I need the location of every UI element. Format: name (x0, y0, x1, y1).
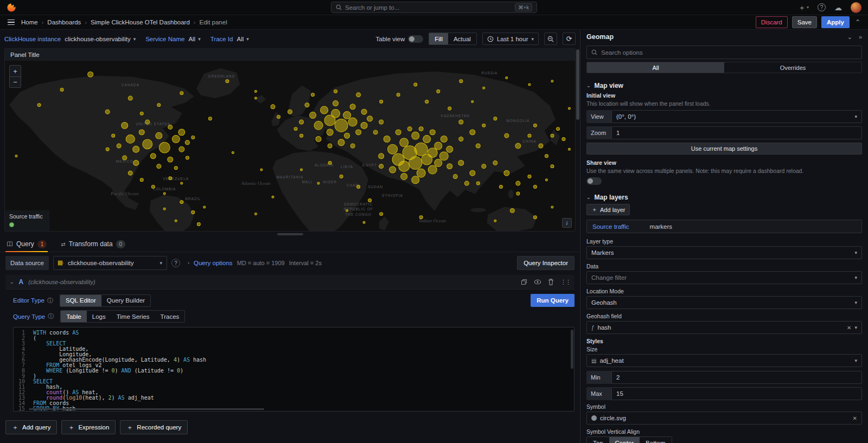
map-marker[interactable] (328, 161, 331, 164)
map-marker[interactable] (294, 127, 297, 131)
query-inspector-button[interactable]: Query Inspector (517, 256, 575, 270)
map-marker[interactable] (499, 185, 502, 188)
variable-value-dropdown[interactable]: All▾ (188, 36, 200, 42)
map-marker[interactable] (551, 206, 553, 208)
map-marker[interactable] (181, 182, 183, 184)
map-marker[interactable] (192, 210, 195, 214)
map-marker[interactable] (316, 136, 321, 142)
map-marker[interactable] (343, 112, 351, 119)
map-marker[interactable] (504, 170, 509, 176)
map-marker[interactable] (528, 84, 531, 86)
tab-query[interactable]: Query 1 (5, 236, 48, 252)
map-marker[interactable] (288, 110, 292, 114)
grafana-logo-icon[interactable] (7, 3, 16, 12)
map-marker[interactable] (356, 93, 361, 97)
map-marker[interactable] (399, 161, 410, 172)
map-marker[interactable] (350, 104, 355, 110)
map-marker[interactable] (562, 137, 565, 140)
map-marker[interactable] (528, 134, 531, 137)
drag-handle-icon[interactable]: ⋮⋮ (560, 279, 570, 286)
map-marker[interactable] (482, 124, 486, 127)
map-marker[interactable] (470, 130, 475, 135)
layer-type-select[interactable]: Markers ▾ (586, 246, 862, 259)
map-marker[interactable] (476, 144, 480, 148)
add-layer-button[interactable]: ＋ Add layer (586, 204, 630, 215)
panel-header[interactable]: Panel Title (5, 49, 575, 61)
map-marker[interactable] (428, 165, 437, 174)
map-marker[interactable] (192, 136, 195, 139)
section-map-layers[interactable]: ⌄ Map layers (580, 189, 868, 204)
map-marker[interactable] (361, 109, 367, 114)
query-type-traces[interactable]: Traces (155, 311, 185, 322)
map-marker[interactable] (186, 156, 189, 159)
editor-type-sql[interactable]: SQL Editor (60, 295, 101, 306)
map-marker[interactable] (168, 157, 173, 162)
map-marker[interactable] (446, 146, 453, 152)
map-marker[interactable] (260, 169, 263, 171)
data-select[interactable]: Change filter ▾ (586, 271, 862, 284)
chevron-up-icon[interactable]: ⌃ (854, 18, 861, 26)
map-marker[interactable] (346, 209, 348, 211)
map-marker[interactable] (459, 80, 463, 83)
map-marker[interactable] (441, 136, 447, 142)
clear-icon[interactable]: ✕ (847, 325, 851, 331)
map-marker[interactable] (311, 93, 315, 97)
map-marker[interactable] (350, 144, 355, 148)
map-marker[interactable] (482, 164, 486, 169)
map-marker[interactable] (412, 132, 419, 139)
v-align-top[interactable]: Top (587, 437, 609, 443)
breadcrumb-item[interactable]: Home (21, 19, 38, 25)
map-marker[interactable] (174, 166, 177, 170)
sql-editor[interactable]: 123456789101112131415 WITH coords AS( SE… (13, 327, 575, 412)
map-marker[interactable] (157, 104, 161, 107)
add-expression-button[interactable]: ＋ Expression (61, 420, 116, 434)
size-mode-actual[interactable]: Actual (448, 33, 476, 44)
chevron-down-icon[interactable]: ⌄ (10, 279, 14, 285)
map-marker[interactable] (314, 121, 323, 130)
map-marker[interactable] (400, 138, 409, 147)
map-marker[interactable] (379, 153, 384, 159)
run-query-button[interactable]: Run Query (531, 294, 575, 307)
map-marker[interactable] (493, 160, 497, 165)
map-marker[interactable] (356, 130, 361, 135)
map-marker[interactable] (368, 198, 372, 202)
map-marker[interactable] (334, 90, 337, 93)
map-marker[interactable] (178, 129, 185, 136)
map-marker[interactable] (459, 120, 463, 124)
map-marker[interactable] (414, 143, 427, 156)
time-range-picker[interactable]: Last 1 hour ▾ (482, 33, 539, 45)
map-marker[interactable] (185, 140, 189, 145)
map-marker[interactable] (175, 220, 177, 222)
map-marker[interactable] (384, 136, 390, 142)
editor-type-builder[interactable]: Query Builder (101, 295, 150, 306)
map-marker[interactable] (157, 164, 161, 169)
clear-icon[interactable]: ✕ (853, 415, 857, 421)
map-marker[interactable] (551, 80, 553, 82)
map-marker[interactable] (380, 213, 383, 216)
global-search-input[interactable]: Search or jump to... ⌘+k (331, 2, 537, 13)
add-new-button[interactable]: ＋▾ (798, 4, 809, 11)
map-marker[interactable] (453, 175, 457, 179)
map-marker[interactable] (533, 124, 537, 127)
map-marker[interactable] (145, 120, 150, 124)
map-marker[interactable] (169, 177, 172, 180)
left-scrollbar[interactable] (576, 49, 579, 120)
map-marker[interactable] (338, 139, 344, 146)
map-marker[interactable] (232, 152, 234, 154)
map-marker[interactable] (483, 87, 485, 89)
map-marker[interactable] (397, 93, 400, 97)
map-marker[interactable] (140, 178, 143, 182)
map-marker[interactable] (412, 176, 419, 184)
map-marker[interactable] (373, 130, 378, 134)
map-marker[interactable] (128, 171, 132, 175)
map-marker[interactable] (180, 201, 183, 204)
map-marker[interactable] (459, 137, 463, 141)
map-marker[interactable] (448, 107, 451, 110)
map-marker[interactable] (133, 160, 139, 165)
map-marker[interactable] (515, 143, 521, 149)
tab-transform-data[interactable]: ⇄ Transform data 0 (60, 236, 126, 252)
zoom-input[interactable]: 1 (611, 126, 862, 139)
map-marker[interactable] (510, 208, 514, 213)
map-marker[interactable] (139, 130, 144, 135)
size-mode-fill[interactable]: Fill (429, 33, 448, 44)
